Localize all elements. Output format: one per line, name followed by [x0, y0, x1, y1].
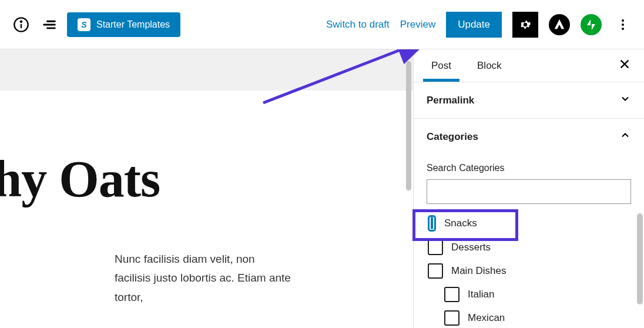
tab-post[interactable]: Post [427, 51, 456, 81]
preview-button[interactable]: Preview [400, 19, 435, 31]
editor-content[interactable]: thy Oats Nunc facilisis diam velit, non … [0, 91, 413, 328]
checkbox[interactable] [428, 263, 443, 279]
switch-to-draft-button[interactable]: Switch to draft [326, 19, 390, 31]
sidebar-tabs: Post Block [414, 49, 644, 82]
category-label: Snacks [444, 217, 477, 229]
settings-button[interactable] [512, 12, 538, 38]
more-options-button[interactable] [612, 14, 633, 35]
category-item-desserts[interactable]: Desserts [427, 236, 631, 259]
category-item-snacks[interactable]: Snacks [427, 211, 631, 236]
list-view-icon[interactable] [39, 14, 60, 35]
category-label: Desserts [451, 242, 491, 253]
post-body[interactable]: Nunc facilisis diam velit, non facilisis… [0, 209, 329, 307]
update-button[interactable]: Update [446, 12, 502, 38]
categories-label: Categories [427, 131, 478, 143]
post-title[interactable]: thy Oats [0, 91, 413, 209]
close-icon [618, 58, 631, 71]
astra-icon [553, 18, 566, 31]
dots-vertical-icon [616, 18, 630, 32]
search-categories-input[interactable] [427, 179, 631, 204]
checkbox[interactable] [444, 287, 459, 302]
main-area: thy Oats Nunc facilisis diam velit, non … [0, 49, 644, 328]
svg-point-8 [622, 28, 624, 30]
category-item-italian[interactable]: Italian [427, 283, 631, 306]
editor-canvas: thy Oats Nunc facilisis diam velit, non … [0, 49, 413, 328]
chevron-up-icon [619, 129, 631, 144]
jetpack-icon [584, 18, 598, 32]
svg-point-2 [21, 21, 22, 22]
checkbox[interactable] [431, 217, 433, 229]
toolbar-left: S Starter Templates [11, 12, 180, 37]
starter-label: Starter Templates [96, 19, 170, 30]
category-label: Main Dishes [451, 265, 507, 277]
svg-point-6 [622, 19, 624, 22]
close-sidebar-button[interactable] [618, 58, 631, 74]
starter-icon: S [78, 18, 90, 31]
checkbox[interactable] [428, 240, 443, 255]
gear-icon [518, 17, 533, 32]
scrollbar[interactable] [637, 213, 643, 304]
permalink-panel[interactable]: Permalink [414, 82, 644, 119]
jetpack-button[interactable] [581, 14, 602, 35]
astra-button[interactable] [549, 14, 570, 35]
categories-panel-header[interactable]: Categories [414, 119, 644, 155]
permalink-label: Permalink [427, 95, 474, 106]
info-icon[interactable] [11, 14, 32, 35]
starter-templates-button[interactable]: S Starter Templates [67, 12, 180, 37]
category-label: Italian [468, 289, 494, 300]
svg-point-7 [622, 24, 624, 26]
category-list: Snacks Desserts Main Dishes Italian Mexi… [427, 211, 631, 328]
categories-panel-body: Search Categories Snacks Desserts Main D… [414, 155, 644, 328]
settings-sidebar: Post Block Permalink Categories Search C… [413, 49, 644, 328]
checkbox[interactable] [444, 310, 459, 326]
category-item-mexican[interactable]: Mexican [427, 306, 631, 328]
tab-block[interactable]: Block [472, 51, 507, 81]
category-item-main-dishes[interactable]: Main Dishes [427, 259, 631, 283]
scrollbar[interactable] [406, 61, 411, 190]
chevron-down-icon [619, 93, 631, 108]
toolbar-right: Switch to draft Preview Update [326, 12, 633, 38]
category-label: Mexican [468, 312, 505, 324]
checkbox-wrap [428, 215, 436, 232]
top-toolbar: S Starter Templates Switch to draft Prev… [0, 0, 644, 49]
search-categories-label: Search Categories [427, 163, 631, 173]
